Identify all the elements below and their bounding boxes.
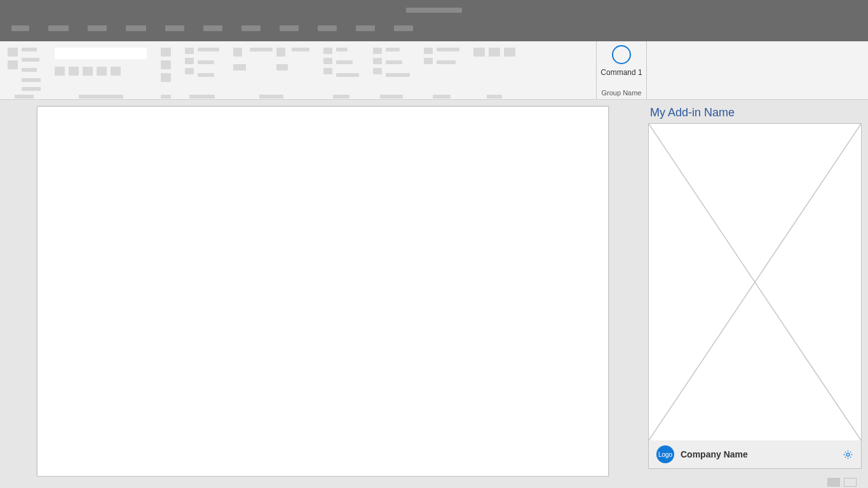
- ribbon-tab[interactable]: [165, 25, 184, 31]
- ribbon-tab[interactable]: [11, 25, 29, 31]
- ribbon-tab[interactable]: [88, 25, 107, 31]
- svg-point-2: [846, 453, 850, 456]
- document-workspace: My Add-in Name Logo Company Name: [0, 100, 868, 477]
- taskpane-content-placeholder: [649, 124, 861, 440]
- window-titlebar: [0, 0, 868, 20]
- ribbon-tabstrip: [0, 20, 868, 41]
- command-1-label[interactable]: Command 1: [600, 68, 642, 77]
- ribbon-tab[interactable]: [203, 25, 222, 31]
- status-bar: [0, 477, 868, 488]
- ribbon-tab[interactable]: [126, 25, 146, 31]
- addin-taskpane: My Add-in Name Logo Company Name: [648, 106, 862, 469]
- title-placeholder: [406, 8, 462, 13]
- command-1-icon[interactable]: [612, 45, 631, 64]
- ribbon-tab[interactable]: [356, 25, 375, 31]
- taskpane-title: My Add-in Name: [650, 106, 862, 123]
- ribbon-groups-placeholder: [0, 41, 523, 99]
- ribbon: Command 1 Group Name: [0, 41, 868, 100]
- custom-group-label: Group Name: [602, 89, 642, 97]
- gear-icon: [843, 449, 853, 460]
- view-mode-button[interactable]: [844, 478, 857, 487]
- company-name-label: Company Name: [681, 449, 748, 459]
- taskpane-body: Logo Company Name: [648, 123, 862, 469]
- addin-logo: Logo: [656, 445, 674, 463]
- ribbon-tab[interactable]: [394, 25, 413, 31]
- ribbon-tab[interactable]: [48, 25, 69, 31]
- ribbon-tab[interactable]: [241, 25, 261, 31]
- taskpane-footer: Logo Company Name: [649, 440, 861, 468]
- ribbon-tab[interactable]: [280, 25, 299, 31]
- custom-ribbon-group: Command 1 Group Name: [596, 41, 647, 99]
- view-mode-button[interactable]: [827, 478, 840, 487]
- document-page[interactable]: [37, 106, 609, 477]
- ribbon-tab[interactable]: [318, 25, 337, 31]
- settings-button[interactable]: [842, 449, 853, 460]
